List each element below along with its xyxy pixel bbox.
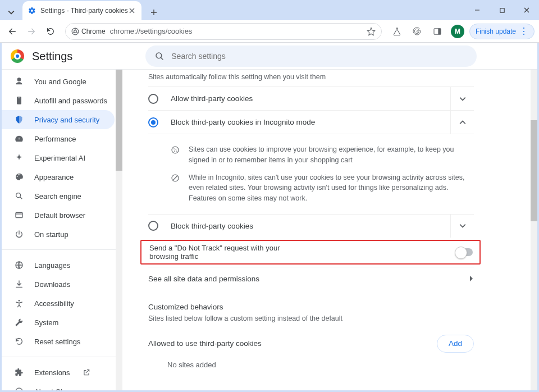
browser-toolbar: Chrome chrome://settings/cookies M Finis… [0,20,539,43]
radio-label: Block third-party cookies in Incognito m… [171,118,450,126]
sidebar-item-label: Default browser [34,211,85,220]
sidebar-item-performance[interactable]: Performance [2,129,115,148]
tab-close-button[interactable] [128,7,136,15]
address-bar[interactable]: Chrome chrome://settings/cookies [65,23,382,40]
see-all-site-data-row[interactable]: See all site data and permissions [148,267,474,290]
tab-search-button[interactable] [2,4,20,20]
radio-detail-panel: Sites can use cookies to improve your br… [148,134,474,214]
sidebar-item-on-startup[interactable]: On startup [2,225,115,244]
add-site-button[interactable]: Add [437,335,474,353]
sidebar-scrollbar[interactable] [116,70,122,390]
row-label: See all site data and permissions [148,275,259,283]
person-icon [14,77,24,86]
minimize-button[interactable] [465,2,490,19]
sidebar-item-label: Downloads [34,280,70,289]
radio-icon [148,117,158,127]
sidebar-item-extensions[interactable]: Extensions [2,363,115,382]
back-button[interactable] [4,24,20,39]
palette-icon [14,172,24,181]
sidebar-divider [2,249,122,250]
close-window-button[interactable] [514,2,539,19]
sidebar-item-about[interactable]: About Chrome [2,382,115,390]
bookmark-button[interactable] [367,27,376,36]
close-icon [523,7,530,13]
radio-allow-third-party[interactable]: Allow third-party cookies [148,86,474,110]
sidebar-item-default-browser[interactable]: Default browser [2,206,115,225]
reload-button[interactable] [43,24,58,39]
sidebar-item-you-and-google[interactable]: You and Google [2,72,115,91]
svg-point-14 [175,149,176,150]
settings-sidebar: You and Google Autofill and passwords Pr… [2,70,122,390]
main-scrollbar[interactable] [531,70,537,390]
radio-block-incognito[interactable]: Block third-party cookies in Incognito m… [148,110,474,134]
sidebar-item-label: Languages [34,261,70,270]
finish-update-button[interactable]: Finish update ⋮ [469,24,535,39]
radio-icon [148,221,158,231]
sidebar-item-label: Autofill and passwords [34,97,107,105]
svg-point-12 [172,147,179,153]
sidebar-item-downloads[interactable]: Downloads [2,275,115,294]
shield-icon [14,115,24,124]
sidebar-item-system[interactable]: System [2,313,115,332]
svg-point-2 [74,30,77,33]
omnibox-url: chrome://settings/cookies [110,27,193,35]
finish-update-label: Finish update [476,28,516,35]
chrome-logo-icon [11,49,24,63]
expand-button[interactable] [450,214,474,238]
svg-rect-7 [16,212,22,217]
sidebar-item-label: System [34,318,58,327]
new-tab-button[interactable] [146,4,162,20]
sidebar-item-accessibility[interactable]: Accessibility [2,294,115,313]
reload-icon [46,27,55,36]
sidebar-item-search-engine[interactable]: Search engine [2,186,115,206]
chevron-down-icon [459,95,466,102]
site-info-button[interactable]: Chrome [71,28,106,35]
detail-text: While in Incognito, sites can't use your… [189,172,474,204]
do-not-track-toggle[interactable] [456,248,473,256]
window-controls [465,0,539,20]
sidebar-item-autofill[interactable]: Autofill and passwords [2,91,115,110]
scrollbar-thumb[interactable] [531,120,537,221]
browser-icon [14,211,24,220]
sidebar-item-label: Privacy and security [34,116,99,124]
settings-search-input[interactable] [171,52,468,61]
sidebar-item-label: Reset settings [34,338,80,346]
radio-block-third-party[interactable]: Block third-party cookies [148,214,474,238]
gear-icon [28,7,36,15]
accessibility-icon [14,299,24,308]
collapse-button[interactable] [450,111,474,134]
restore-icon [14,337,24,346]
plus-icon [150,9,157,16]
chrome-icon [14,387,24,390]
scrollbar-thumb[interactable] [116,70,122,171]
google-search-button[interactable] [409,23,426,40]
sidebar-item-reset[interactable]: Reset settings [2,332,115,351]
do-not-track-row[interactable]: Send a "Do Not Track" request with your … [140,240,481,265]
tab-title: Settings - Third-party cookies [40,7,128,15]
labs-button[interactable] [389,23,405,40]
page-title: Settings [32,50,72,63]
power-icon [14,230,24,239]
arrow-right-icon [27,27,36,36]
section-helper-text: Sites automatically follow this setting … [148,73,474,86]
sidebar-item-appearance[interactable]: Appearance [2,167,115,186]
expand-button[interactable] [450,87,474,111]
profile-button[interactable]: M [449,23,466,40]
forward-button[interactable] [24,24,39,39]
sidebar-item-privacy[interactable]: Privacy and security [2,110,115,129]
sidebar-item-label: On startup [34,230,68,239]
avatar: M [451,25,464,38]
allowed-sites-row: Allowed to use third-party cookies Add [148,322,474,353]
sidebar-item-label: Experimental AI [34,154,85,162]
maximize-button[interactable] [490,2,514,19]
svg-point-9 [19,300,20,302]
svg-point-10 [16,388,22,390]
side-panel-button[interactable] [429,23,446,40]
sidebar-item-experimental-ai[interactable]: Experimental AI [2,148,115,167]
sidebar-item-languages[interactable]: Languages [2,256,115,275]
settings-search[interactable] [145,45,477,67]
radio-label: Allow third-party cookies [171,94,450,103]
browser-titlebar: Settings - Third-party cookies [0,0,539,20]
browser-tab[interactable]: Settings - Third-party cookies [22,1,141,20]
empty-sites-label: No sites added [148,353,474,369]
